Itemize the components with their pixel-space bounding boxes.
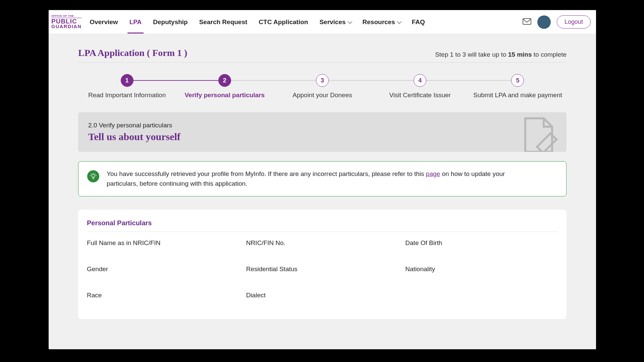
step-1-label: Read Important Information: [78, 92, 176, 99]
field-label-nationality: Nationality: [405, 265, 558, 273]
step-5[interactable]: 5 Submit LPA and make payment: [469, 74, 567, 99]
step-4-label: Visit Certificate Issuer: [371, 92, 469, 99]
success-alert: You have successfully retrieved your pro…: [78, 161, 567, 196]
top-navigation: OFFICE OF THE PUBLIC GUARDIAN Overview L…: [49, 10, 596, 34]
step-5-number: 5: [511, 74, 524, 87]
nav-resources-label: Resources: [363, 18, 395, 26]
logout-button[interactable]: Logout: [557, 15, 591, 28]
step-3-number: 3: [316, 74, 329, 87]
step-2[interactable]: 2 Verify personal particulars: [176, 74, 273, 99]
lightbulb-icon: [87, 170, 99, 182]
brand-logo[interactable]: OFFICE OF THE PUBLIC GUARDIAN: [51, 15, 82, 29]
mail-icon[interactable]: [523, 18, 531, 26]
nav-deputyship[interactable]: Deputyship: [153, 11, 187, 33]
field-label-race: Race: [87, 292, 239, 299]
section-banner: 2.0 Verify personal particulars Tell us …: [78, 112, 567, 152]
field-label-dialect: Dialect: [246, 292, 399, 299]
alert-pre: You have successfully retrieved your pro…: [107, 170, 426, 177]
nav-faq[interactable]: FAQ: [412, 11, 425, 33]
svg-point-1: [92, 174, 95, 177]
nav-ctc-application[interactable]: CTC Application: [259, 11, 308, 33]
nav-resources[interactable]: Resources: [363, 11, 400, 33]
nav-search-request-label: Search Request: [199, 18, 248, 26]
edit-document-icon: [517, 115, 560, 152]
step-2-label: Verify personal particulars: [176, 92, 273, 99]
nav-ctc-application-label: CTC Application: [259, 18, 308, 26]
field-label-dob: Date Of Birth: [405, 239, 558, 247]
step-5-label: Submit LPA and make payment: [469, 92, 567, 99]
estimated-time: Step 1 to 3 will take up to 15 mins to c…: [435, 51, 567, 58]
field-label-nric: NRIC/FIN No.: [246, 239, 399, 247]
step-2-number: 2: [218, 74, 231, 87]
nav-lpa[interactable]: LPA: [129, 11, 142, 33]
nav-lpa-label: LPA: [129, 18, 142, 26]
logo-text-sub: GUARDIAN: [51, 24, 82, 29]
nav-faq-label: FAQ: [412, 18, 425, 26]
estimated-time-prefix: Step 1 to 3 will take up to: [435, 51, 508, 58]
card-title: Personal Particulars: [87, 219, 558, 232]
section-eyebrow: 2.0 Verify personal particulars: [88, 122, 556, 129]
alert-message: You have successfully retrieved your pro…: [107, 169, 529, 189]
svg-rect-0: [523, 18, 531, 24]
nav-services-label: Services: [319, 18, 345, 26]
step-1[interactable]: 1 Read Important Information: [78, 74, 176, 99]
nav-search-request[interactable]: Search Request: [199, 11, 248, 33]
page-title: LPA Application ( Form 1 ): [78, 48, 187, 58]
step-3-label: Appoint your Donees: [273, 92, 371, 99]
step-1-number: 1: [121, 74, 133, 87]
chevron-down-icon: [347, 19, 352, 24]
nav-overview[interactable]: Overview: [90, 11, 118, 33]
avatar[interactable]: [537, 15, 551, 29]
chevron-down-icon: [397, 19, 401, 24]
estimated-time-bold: 15 mins: [508, 51, 532, 58]
estimated-time-suffix: to complete: [532, 51, 567, 58]
nav-deputyship-label: Deputyship: [153, 18, 187, 26]
personal-particulars-card: Personal Particulars Full Name as in NRI…: [78, 210, 567, 319]
alert-page-link[interactable]: page: [426, 170, 440, 177]
field-label-gender: Gender: [87, 265, 239, 273]
field-label-full-name: Full Name as in NRIC/FIN: [87, 239, 239, 247]
progress-stepper: 1 Read Important Information 2 Verify pe…: [78, 74, 567, 99]
step-3[interactable]: 3 Appoint your Donees: [273, 74, 371, 99]
field-label-residential-status: Residential Status: [246, 265, 399, 273]
nav-services[interactable]: Services: [319, 11, 351, 33]
nav-overview-label: Overview: [90, 18, 118, 26]
section-heading: Tell us about yourself: [88, 131, 556, 142]
step-4[interactable]: 4 Visit Certificate Issuer: [371, 74, 469, 99]
step-4-number: 4: [414, 74, 426, 87]
